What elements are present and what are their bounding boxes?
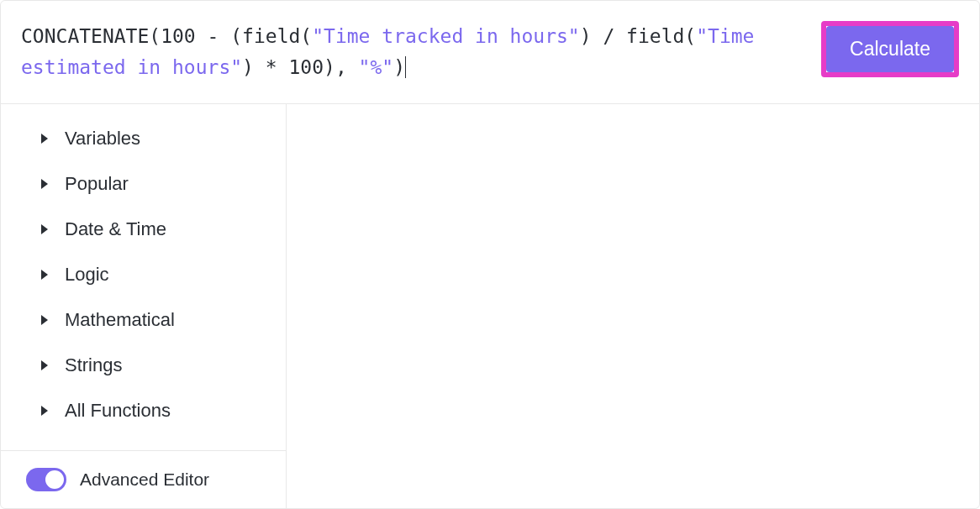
formula-token-plain: (100 - ( [149, 25, 242, 47]
category-label: All Functions [65, 400, 171, 422]
formula-editor-container: CONCATENATE(100 - (field("Time tracked i… [0, 0, 980, 509]
sidebar: VariablesPopularDate & TimeLogicMathemat… [1, 104, 287, 508]
sidebar-footer: Advanced Editor [1, 450, 286, 508]
calculate-button[interactable]: Calculate [826, 26, 954, 72]
category-item-popular[interactable]: Popular [1, 161, 286, 207]
category-item-logic[interactable]: Logic [1, 252, 286, 297]
category-item-variables[interactable]: Variables [1, 116, 286, 161]
category-label: Popular [65, 173, 129, 195]
formula-input[interactable]: CONCATENATE(100 - (field("Time tracked i… [21, 21, 821, 83]
formula-token-func: CONCATENATE [21, 25, 149, 47]
formula-token-str: "Time tracked in hours" [312, 25, 580, 47]
category-item-strings[interactable]: Strings [1, 343, 286, 388]
category-item-mathematical[interactable]: Mathematical [1, 297, 286, 343]
advanced-editor-toggle[interactable] [26, 468, 66, 491]
chevron-right-icon [41, 315, 48, 325]
chevron-right-icon [41, 179, 48, 189]
calculate-button-highlight: Calculate [821, 21, 959, 77]
formula-token-func: field [626, 25, 684, 47]
category-label: Strings [65, 354, 122, 376]
formula-token-plain: ( [300, 25, 312, 47]
category-label: Mathematical [65, 309, 175, 331]
category-list: VariablesPopularDate & TimeLogicMathemat… [1, 104, 286, 450]
advanced-editor-label: Advanced Editor [80, 470, 209, 490]
category-label: Date & Time [65, 218, 166, 240]
toggle-knob [45, 470, 64, 489]
content-area [287, 104, 979, 508]
chevron-right-icon [41, 360, 48, 370]
category-label: Variables [65, 128, 140, 150]
main-area: VariablesPopularDate & TimeLogicMathemat… [1, 104, 979, 508]
chevron-right-icon [41, 224, 48, 234]
formula-token-str: "%" [359, 56, 394, 78]
category-item-all-functions[interactable]: All Functions [1, 388, 286, 433]
chevron-right-icon [41, 270, 48, 280]
formula-token-plain: ) [393, 56, 405, 78]
formula-token-plain: ) / [580, 25, 626, 47]
formula-bar: CONCATENATE(100 - (field("Time tracked i… [1, 1, 979, 104]
category-label: Logic [65, 264, 109, 286]
formula-token-func: field [242, 25, 300, 47]
category-item-date-time[interactable]: Date & Time [1, 207, 286, 252]
text-cursor [405, 56, 406, 78]
chevron-right-icon [41, 406, 48, 416]
chevron-right-icon [41, 134, 48, 144]
formula-token-plain: ) * 100), [242, 56, 358, 78]
formula-token-plain: ( [684, 25, 696, 47]
